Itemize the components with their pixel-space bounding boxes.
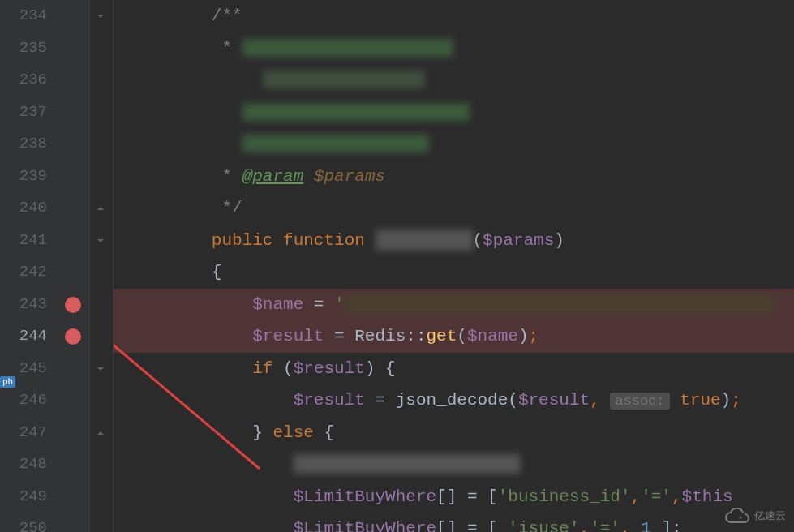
str-businessid: 'business_id' bbox=[498, 487, 631, 506]
watermark-text: 亿速云 bbox=[754, 508, 786, 523]
line-number-247[interactable]: 247 bbox=[0, 417, 47, 449]
code-line-243[interactable]: $name = ' bbox=[114, 289, 794, 321]
kw-function: function bbox=[283, 231, 365, 250]
str-isuse: 'isuse' bbox=[508, 519, 579, 532]
blurred-comment bbox=[242, 39, 453, 57]
line-number-238[interactable]: 238 bbox=[0, 128, 47, 161]
blurred-comment bbox=[242, 103, 470, 121]
arg-result: $result bbox=[518, 391, 590, 410]
var-name: $name bbox=[252, 295, 303, 314]
var-result: $result bbox=[252, 327, 324, 345]
code-line-247[interactable]: } else { bbox=[114, 417, 794, 449]
kw-if: if bbox=[252, 359, 273, 378]
kw-public: public bbox=[212, 231, 273, 250]
breakpoint-243[interactable] bbox=[65, 297, 81, 313]
ph-label: ph bbox=[0, 376, 15, 388]
true-literal: true bbox=[680, 391, 720, 410]
line-number-237[interactable]: 237 bbox=[0, 97, 47, 129]
code-editor: 2342352362372382392402412422432442452462… bbox=[0, 0, 794, 532]
method-get: get bbox=[427, 327, 457, 345]
line-number-246[interactable]: 246 bbox=[0, 384, 47, 417]
fold-marker-234[interactable] bbox=[94, 10, 107, 23]
code-line-234[interactable]: /** bbox=[114, 0, 794, 32]
fold-column[interactable] bbox=[89, 0, 114, 532]
code-line-245[interactable]: if ($result) { bbox=[114, 353, 794, 385]
blurred-comment bbox=[263, 71, 425, 88]
comment-open: /** bbox=[212, 6, 242, 25]
code-area[interactable]: /** * * @param $params */ public functio… bbox=[114, 0, 794, 532]
code-line-244[interactable]: $result = Redis::get($name); bbox=[114, 320, 794, 353]
fold-marker-240[interactable] bbox=[94, 202, 107, 215]
str-eq: '=' bbox=[641, 487, 672, 506]
line-number-244[interactable]: 244 bbox=[0, 320, 47, 353]
var-result: $result bbox=[294, 391, 365, 410]
breakpoint-244[interactable] bbox=[65, 328, 81, 345]
var-limitbuywhere: $LimitBuyWhere bbox=[294, 519, 436, 532]
line-number-236[interactable]: 236 bbox=[0, 64, 47, 97]
param-var: $params bbox=[483, 231, 554, 250]
fold-marker-241[interactable] bbox=[94, 234, 107, 247]
blurred-comment bbox=[242, 135, 429, 152]
code-line-238[interactable] bbox=[114, 128, 794, 161]
code-line-240[interactable]: */ bbox=[114, 192, 794, 225]
func-jsondecode: json_decode bbox=[396, 391, 509, 410]
num-one: 1 bbox=[631, 519, 662, 532]
code-line-239[interactable]: * @param $params bbox=[114, 161, 794, 193]
var-limitbuywhere: $LimitBuyWhere bbox=[294, 487, 436, 506]
comment-close: */ bbox=[221, 199, 242, 217]
code-line-248[interactable] bbox=[114, 448, 794, 481]
line-number-248[interactable]: 248 bbox=[0, 448, 47, 481]
blurred-string bbox=[345, 294, 775, 314]
line-numbers-column[interactable]: 2342352362372382392402412422432442452462… bbox=[0, 0, 57, 532]
blurred-code bbox=[294, 454, 521, 474]
line-number-239[interactable]: 239 bbox=[0, 161, 47, 193]
line-number-243[interactable]: 243 bbox=[0, 289, 47, 321]
param-hint-assoc: assoc: bbox=[610, 393, 669, 410]
code-line-235[interactable]: * bbox=[114, 32, 794, 65]
kw-else: else bbox=[273, 423, 313, 442]
code-line-250[interactable]: $LimitBuyWhere[] = [ 'isuse','=', 1 ]; bbox=[114, 513, 794, 532]
code-line-242[interactable]: { bbox=[114, 256, 794, 289]
cond-result: $result bbox=[294, 359, 365, 378]
code-line-236[interactable] bbox=[114, 64, 794, 97]
code-line-249[interactable]: $LimitBuyWhere[] = ['business_id','=',$t… bbox=[114, 481, 794, 513]
str-eq: '=' bbox=[590, 519, 620, 532]
line-number-249[interactable]: 249 bbox=[0, 481, 47, 513]
fold-marker-247[interactable] bbox=[94, 427, 107, 440]
cloud-icon bbox=[724, 508, 750, 524]
docvar: $params bbox=[303, 167, 385, 186]
svg-point-2 bbox=[740, 517, 742, 519]
code-line-246[interactable]: $result = json_decode($result, assoc: tr… bbox=[114, 384, 794, 417]
editor-gutter: 2342352362372382392402412422432442452462… bbox=[0, 0, 89, 532]
line-number-234[interactable]: 234 bbox=[0, 0, 47, 32]
line-number-250[interactable]: 250 bbox=[0, 513, 47, 532]
breakpoint-column[interactable] bbox=[57, 0, 89, 532]
arg-name: $name bbox=[467, 327, 518, 345]
code-line-237[interactable] bbox=[114, 97, 794, 129]
doctag-param: @param bbox=[242, 167, 304, 186]
line-number-242[interactable]: 242 bbox=[0, 256, 47, 289]
class-redis: Redis bbox=[354, 327, 406, 345]
line-number-241[interactable]: 241 bbox=[0, 225, 47, 257]
line-number-240[interactable]: 240 bbox=[0, 192, 47, 225]
fold-marker-245[interactable] bbox=[94, 363, 107, 375]
watermark: 亿速云 bbox=[724, 508, 786, 524]
blurred-funcname bbox=[376, 230, 473, 251]
line-number-235[interactable]: 235 bbox=[0, 32, 47, 65]
code-line-241[interactable]: public function ($params) bbox=[114, 225, 794, 257]
